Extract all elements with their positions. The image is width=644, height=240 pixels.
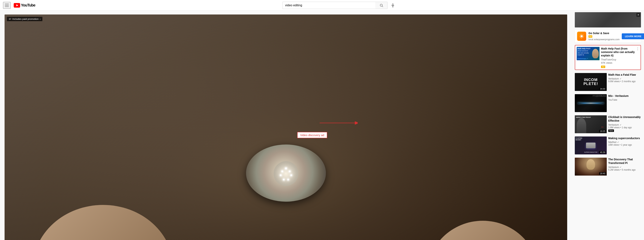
solar-ad-meta: Ad local.solarpowerprograms.com: [588, 35, 620, 41]
solar-ad-url: local.solarpowerprograms.com: [588, 38, 620, 41]
discovery-ad-title: Math Help Fast (from someone who can act…: [601, 47, 639, 57]
related-thumbnail-2: ← HERE'S THE PROOF 19:25: [575, 115, 607, 133]
related-thumbnail-1: IT'S (((VISIBLE))): [575, 94, 607, 112]
discovery-ad-info: Math Help Fast (from someone who can act…: [601, 47, 639, 68]
paid-promotion-badge[interactable]: 🏷 Includes paid promotion ›: [7, 17, 42, 21]
youtube-logo-text: YouTube: [21, 3, 35, 8]
solar-ad-title: Go Solar & Save: [588, 32, 620, 35]
related-views-4: 5.2M views • 5 months ago: [608, 169, 641, 171]
verified-icon-3: ✓: [617, 141, 619, 144]
microphone-icon: [391, 4, 395, 7]
related-thumbnail-4: 18:40: [575, 158, 607, 176]
video-discovery-ad-label: Video discovery ad: [297, 132, 327, 138]
related-duration-2: 19:25: [599, 130, 606, 133]
related-channel-2: Veritasium ✓: [608, 124, 641, 126]
related-duration-3: 45:39: [599, 151, 606, 154]
discovery-ad-more-button[interactable]: ⋮: [636, 47, 640, 51]
video-player-container: Ve 🏷 Includes paid promotion › Video dis…: [4, 15, 567, 240]
related-info-4: The Discovery That Transformed Pi Verita…: [608, 158, 641, 176]
main-layout: Ve 🏷 Includes paid promotion › Video dis…: [0, 11, 644, 240]
related-title-2: Clickbait is Unreasonably Effective: [608, 115, 641, 123]
svg-line-27: [583, 35, 583, 35]
ad-banner-close-button[interactable]: ✕: [636, 13, 640, 17]
svg-rect-4: [392, 4, 394, 6]
paid-promo-text: Includes paid promotion: [12, 18, 38, 20]
video-thumbnail: [4, 15, 567, 240]
solar-ad-icon: [577, 32, 586, 41]
discovery-ad-views: 97K views: [601, 61, 639, 64]
related-views-2: 1.8M views • 1 day ago: [608, 126, 641, 129]
svg-line-28: [580, 37, 581, 38]
discovery-ad-badge: Ad: [601, 66, 605, 68]
learn-more-button[interactable]: LEARN MORE: [622, 33, 644, 39]
related-channel-1: YouTube: [608, 98, 641, 101]
search-icon: [380, 4, 383, 7]
related-video-card[interactable]: IT'S (((VISIBLE))) Mix - Veritasium YouT…: [575, 93, 641, 114]
laser-beam: [578, 103, 604, 103]
solar-ad-info: Go Solar & Save Ad local.solarpowerprogr…: [588, 32, 620, 41]
related-video-card[interactable]: 18:40 The Discovery That Transformed Pi …: [575, 156, 641, 177]
related-channel-3: NileRed ✓: [608, 141, 641, 144]
svg-point-2: [380, 4, 382, 6]
svg-line-25: [580, 35, 581, 35]
related-video-card[interactable]: FLOATINGMAGNET SUPERCONDUCTOR 45:39 Maki…: [575, 135, 641, 156]
discovery-ad-channel: ThatTutorGuy: [601, 58, 639, 61]
verified-icon-0: ✓: [620, 77, 622, 80]
related-channel-4: Veritasium ✓: [608, 166, 641, 169]
sun-icon: [579, 34, 584, 39]
search-button[interactable]: [375, 2, 388, 9]
svg-line-3: [382, 6, 383, 7]
youtube-logo[interactable]: YouTube: [14, 3, 35, 8]
hamburger-menu-button[interactable]: [3, 2, 11, 9]
related-channel-0: Veritasium ✓: [608, 77, 641, 80]
svg-point-20: [580, 35, 583, 37]
related-title-1: Mix - Veritasium: [608, 94, 641, 98]
related-info-0: Math Has a Fatal Flaw Veritasium ✓ 9.6M …: [608, 73, 641, 91]
sidebar: ✕: [572, 11, 644, 240]
discovery-ad-card[interactable]: Math Help FAST(From someonewho can actua…: [575, 45, 641, 70]
video-player[interactable]: Ve 🏷 Includes paid promotion › Video dis…: [4, 15, 567, 240]
solar-ad-card[interactable]: Go Solar & Save Ad local.solarpowerprogr…: [575, 30, 641, 43]
related-title-4: The Discovery That Transformed Pi: [608, 158, 641, 165]
sidebar-ad-banner: ✕: [575, 12, 641, 28]
video-section: Ve 🏷 Includes paid promotion › Video dis…: [0, 11, 572, 240]
header: YouTube: [0, 0, 644, 11]
related-views-0: 9.6M views • 2 months ago: [608, 80, 641, 83]
related-duration-0: 34:00: [599, 87, 606, 90]
svg-line-26: [583, 37, 583, 38]
related-info-2: Clickbait is Unreasonably Effective Veri…: [608, 115, 641, 133]
discovery-ad-thumb-brand: thattutorguy ↗: [578, 58, 588, 59]
related-video-card[interactable]: INCOM PLETE! 34:00 Math Has a Fatal Flaw…: [575, 71, 641, 93]
verified-icon-2: ✓: [620, 124, 622, 126]
verified-icon-4: ✓: [620, 166, 622, 169]
related-views-3: 10M views • 1 year ago: [608, 144, 641, 146]
paid-promo-chevron: ›: [40, 18, 40, 20]
related-info-3: Making superconductors NileRed ✓ 10M vie…: [608, 137, 641, 154]
ad-banner-image: [575, 12, 641, 28]
paid-promo-icon: 🏷: [9, 18, 11, 20]
solar-ad-badge: Ad: [588, 35, 592, 38]
discovery-ad-thumbnail: Math Help FAST(From someonewho can actua…: [577, 47, 600, 60]
header-left: YouTube: [3, 2, 35, 9]
related-video-card[interactable]: ← HERE'S THE PROOF 19:25 Clickbait is Un…: [575, 114, 641, 135]
related-thumbnail-0: INCOM PLETE! 34:00: [575, 73, 607, 91]
search-input[interactable]: [282, 2, 375, 9]
related-title-3: Making superconductors: [608, 137, 641, 140]
new-badge-2: New: [608, 130, 614, 132]
discovery-ad-thumb-headline: Math Help FAST(From someonewho can actua…: [578, 48, 594, 56]
related-duration-4: 18:40: [599, 172, 606, 175]
youtube-logo-icon: [14, 3, 20, 8]
related-info-1: Mix - Veritasium YouTube: [608, 94, 641, 112]
microphone-button[interactable]: [389, 2, 397, 9]
related-title-0: Math Has a Fatal Flaw: [608, 73, 641, 77]
related-thumbnail-3: FLOATINGMAGNET SUPERCONDUCTOR 45:39: [575, 137, 607, 154]
search-bar: [282, 2, 397, 9]
